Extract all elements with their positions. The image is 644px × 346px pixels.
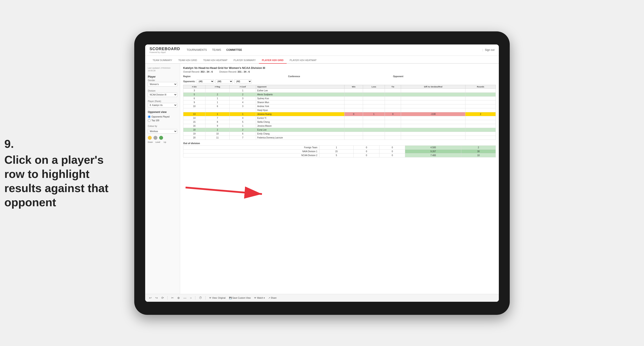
- division-record: Division Record: 331 - 34 - 6: [220, 70, 250, 73]
- table-row[interactable]: 1691Jessica Mason: [184, 124, 496, 128]
- gender-select[interactable]: Women's: [148, 82, 177, 87]
- tab-player-h2h-grid[interactable]: PLAYER H2H GRID: [259, 57, 287, 64]
- col-tie: Tie: [385, 85, 401, 89]
- col-reg: # Reg: [206, 85, 230, 89]
- cell-rounds: [466, 136, 496, 140]
- table-row[interactable]: 19106Emily Chang: [184, 132, 496, 136]
- table-row[interactable]: 1474Eunice Yi: [184, 116, 496, 120]
- conference-filter-group: Conference: [288, 75, 391, 78]
- region-filter-group: Region: [183, 75, 286, 78]
- cell-loss: [363, 92, 385, 96]
- cell-conf: 4: [230, 116, 256, 120]
- cell-reg: 11: [206, 136, 230, 140]
- share-button[interactable]: ↗ Share: [268, 296, 278, 300]
- ood-cell: 30: [461, 149, 496, 153]
- cell-tie: [385, 124, 401, 128]
- minus-button[interactable]: —: [182, 296, 187, 300]
- table-row[interactable]: 20117Federica Domecq Lacroze: [184, 136, 496, 140]
- redo-button[interactable]: ↪: [154, 296, 159, 300]
- ood-table-row[interactable]: NCAA Division 25007.40010: [184, 153, 496, 157]
- division-select[interactable]: NCAA Division III: [148, 92, 177, 97]
- opponents-select-region[interactable]: (All): [197, 79, 214, 83]
- nav-left: SCOREBOARD Powered by clippd TOURNAMENTS…: [150, 47, 242, 53]
- table-row[interactable]: 613Sydney Kuo: [184, 96, 496, 100]
- radio-opponents-played-input[interactable]: [148, 115, 151, 118]
- cell-reg: 7: [206, 116, 230, 120]
- colour-dot-level: [154, 136, 158, 140]
- reset-button[interactable]: ⟳: [160, 296, 165, 300]
- cell-div: [184, 108, 206, 112]
- data-table: # Div # Reg # Conf Opponent Win Loss Tie…: [183, 85, 496, 140]
- cell-opponent: Esther Lee: [256, 89, 344, 92]
- ood-table-row[interactable]: NAIA Division 115009.26730: [184, 149, 496, 153]
- ood-cell: 5: [319, 153, 354, 157]
- tab-team-h2h-heatmap[interactable]: TEAM H2H HEATMAP: [200, 57, 230, 64]
- tab-team-summary[interactable]: TEAM SUMMARY: [150, 57, 175, 64]
- table-row[interactable]: Heeji Hyun: [184, 108, 496, 112]
- opponents-select-opponent[interactable]: (All): [234, 79, 252, 83]
- cell-diff: [401, 136, 466, 140]
- logo-area: SCOREBOARD Powered by clippd: [150, 47, 180, 53]
- tab-player-h2h-heatmap[interactable]: PLAYER H2H HEATMAP: [287, 57, 320, 64]
- ood-cell: 0: [380, 149, 405, 153]
- player-section: Player Gender Women's: [148, 75, 177, 87]
- table-row[interactable]: 1585Stella Cheng: [184, 120, 496, 124]
- add-button[interactable]: ⊕: [176, 296, 181, 300]
- cell-reg: [206, 89, 230, 92]
- sign-out-link[interactable]: Sign out: [485, 47, 494, 52]
- colour-by-select[interactable]: Win/loss: [148, 129, 177, 134]
- division-record-label: Division Record:: [220, 70, 237, 73]
- opponents-select-conference[interactable]: (All): [216, 79, 233, 83]
- cell-reg: 2: [206, 128, 230, 132]
- player-rank-select[interactable]: 8. Katelyn Vo: [148, 103, 177, 108]
- step-number: 9.: [4, 137, 14, 150]
- undo-button[interactable]: ↩: [148, 296, 152, 300]
- save-custom-button[interactable]: 💾 Save Custom View: [228, 296, 252, 300]
- radio-top-100-input[interactable]: [148, 119, 151, 122]
- clock-button[interactable]: ⏱: [198, 296, 203, 300]
- watch-label: Watch: [257, 297, 263, 299]
- cell-diff: [401, 108, 466, 112]
- ood-cell: 0: [354, 153, 380, 157]
- cell-diff: -3.00: [401, 112, 466, 116]
- circle-button[interactable]: ○: [189, 296, 192, 300]
- cell-win: [344, 92, 363, 96]
- cell-diff: [401, 104, 466, 108]
- table-row[interactable]: 1822Euna Lee: [184, 128, 496, 132]
- ood-cell: Foreign Team: [184, 146, 320, 149]
- nav-committee[interactable]: COMMITTEE: [226, 47, 242, 52]
- table-row[interactable]: 914Sharon Mun: [184, 100, 496, 104]
- table-row[interactable]: 1311Jessica Huang010-3.002: [184, 112, 496, 116]
- view-original-button[interactable]: 👁 View: Original: [208, 296, 226, 300]
- save-custom-label: Save Custom View: [232, 297, 250, 299]
- table-row[interactable]: 1063Andrea York: [184, 104, 496, 108]
- overall-record: Overall Record: 353 - 34 - 6: [183, 70, 213, 73]
- cell-rounds: [466, 124, 496, 128]
- tab-team-h2h-grid[interactable]: TEAM H2H GRID: [175, 57, 200, 64]
- player-rank-label: Player (Rank): [148, 100, 177, 102]
- cell-div: 15: [184, 120, 206, 124]
- last-updated-time: 16:55:28: [148, 70, 156, 72]
- cut-button[interactable]: ✂: [170, 296, 175, 300]
- sub-nav: TEAM SUMMARY TEAM H2H GRID TEAM H2H HEAT…: [145, 56, 499, 64]
- ood-cell: 10: [461, 153, 496, 157]
- table-row[interactable]: 522Alexis Sudjianto: [184, 92, 496, 96]
- cell-rounds: [466, 108, 496, 112]
- main-content: Last Updated: 27/03/2024 16:55:28 Player…: [145, 64, 499, 294]
- grid-title: Katelyn Vo Head-to-Head Grid for Women's…: [183, 66, 496, 70]
- ood-cell: 15: [319, 149, 354, 153]
- cell-diff: [401, 89, 466, 92]
- opponents-label: Opponents:: [183, 80, 196, 83]
- nav-teams[interactable]: TEAMS: [212, 47, 221, 52]
- cell-loss: [363, 116, 385, 120]
- cell-opponent: Alexis Sudjianto: [256, 92, 344, 96]
- tab-player-summary[interactable]: PLAYER SUMMARY: [230, 57, 259, 64]
- cell-reg: 9: [206, 124, 230, 128]
- cell-tie: 0: [385, 112, 401, 116]
- cell-conf: [230, 108, 256, 112]
- nav-tournaments[interactable]: TOURNAMENTS: [187, 47, 207, 52]
- table-row[interactable]: 31Esther Lee: [184, 89, 496, 92]
- watch-button[interactable]: 👁 Watch ▾: [253, 296, 266, 300]
- ood-table-row[interactable]: Foreign Team1004.5002: [184, 146, 496, 149]
- cell-tie: [385, 100, 401, 104]
